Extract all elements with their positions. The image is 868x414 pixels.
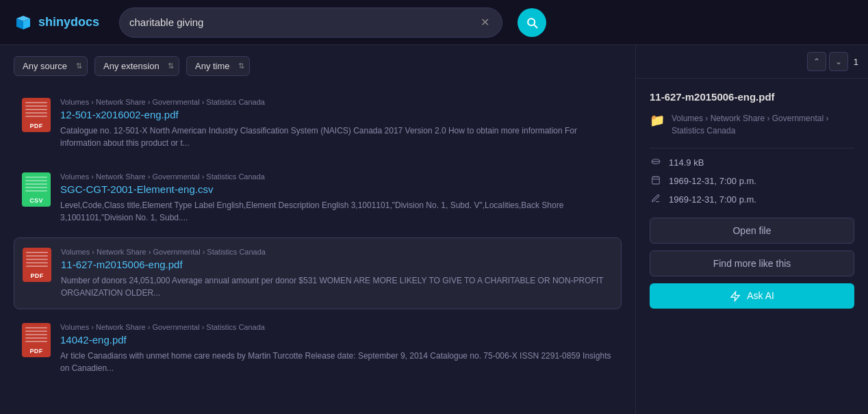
results-panel: Any source ⇅ Any extension ⇅ Any time ⇅ xyxy=(0,45,635,414)
result-breadcrumb-2: Volumes › Network Share › Governmental ›… xyxy=(60,172,613,181)
time-filter[interactable]: Any time xyxy=(186,56,250,76)
nav-page: 1 xyxy=(854,57,858,67)
created-value: 1969-12-31, 7:00 p.m. xyxy=(669,176,756,186)
result-snippet-1: Catalogue no. 12-501-X North American In… xyxy=(60,125,613,149)
nav-next-button[interactable]: ⌄ xyxy=(829,52,848,71)
nav-bar: ⌃ ⌄ 1 xyxy=(636,45,868,79)
result-item-4[interactable]: PDF Volumes › Network Share › Government… xyxy=(14,313,622,384)
detail-body: 11-627-m2015006-eng.pdf 📁 Volumes › Netw… xyxy=(636,79,868,414)
right-panel: ⌃ ⌄ 1 11-627-m2015006-eng.pdf 📁 Volumes … xyxy=(635,45,868,414)
file-type-badge-1: PDF xyxy=(30,122,43,129)
file-size-row: 114.9 kB xyxy=(650,157,854,168)
filter-bar: Any source ⇅ Any extension ⇅ Any time ⇅ xyxy=(14,56,622,76)
logo: shinydocs xyxy=(14,13,110,32)
svg-rect-2 xyxy=(652,177,660,184)
file-type-badge-2: CSV xyxy=(29,197,42,204)
file-type-badge-4: PDF xyxy=(30,348,43,354)
result-snippet-4: Ar ticle Canadians with unmet home care … xyxy=(60,350,613,374)
extension-filter-wrap: Any extension ⇅ xyxy=(94,56,179,76)
modified-value: 1969-12-31, 7:00 p.m. xyxy=(669,194,756,205)
file-size-value: 114.9 kB xyxy=(669,157,704,168)
source-filter-wrap: Any source ⇅ xyxy=(14,56,88,76)
result-content-1: Volumes › Network Share › Governmental ›… xyxy=(60,98,613,149)
search-clear-button[interactable]: ✕ xyxy=(478,13,492,31)
created-icon xyxy=(650,175,662,187)
extension-filter[interactable]: Any extension xyxy=(94,56,179,76)
file-icon-1: PDF xyxy=(22,98,51,132)
ask-ai-icon xyxy=(730,291,741,302)
result-title-2[interactable]: SGC-CGT-2001-Element-eng.csv xyxy=(60,183,613,195)
main-layout: Any source ⇅ Any extension ⇅ Any time ⇅ xyxy=(0,45,868,414)
search-button[interactable] xyxy=(518,8,546,37)
file-size-icon xyxy=(650,157,662,168)
result-breadcrumb-1: Volumes › Network Share › Governmental ›… xyxy=(60,98,613,106)
file-type-badge-3: PDF xyxy=(31,272,44,279)
result-breadcrumb-3: Volumes › Network Share › Governmental ›… xyxy=(61,248,613,256)
search-input[interactable] xyxy=(129,16,478,28)
detail-path: 📁 Volumes › Network Share › Governmental… xyxy=(650,112,854,137)
nav-prev-button[interactable]: ⌃ xyxy=(807,52,826,71)
ask-ai-label: Ask AI xyxy=(747,290,774,301)
file-icon-2: CSV xyxy=(22,172,51,207)
logo-text: shinydocs xyxy=(38,15,99,29)
result-content-2: Volumes › Network Share › Governmental ›… xyxy=(60,172,613,224)
search-icon xyxy=(525,16,539,29)
svg-marker-6 xyxy=(731,292,739,301)
ask-ai-button[interactable]: Ask AI xyxy=(650,283,854,309)
results-list: PDF Volumes › Network Share › Government… xyxy=(14,88,622,384)
time-filter-wrap: Any time ⇅ xyxy=(186,56,250,76)
header: shinydocs ✕ xyxy=(0,0,868,45)
result-content-3: Volumes › Network Share › Governmental ›… xyxy=(61,248,613,299)
result-title-1[interactable]: 12-501-x2016002-eng.pdf xyxy=(60,109,613,120)
modified-icon xyxy=(650,194,662,205)
logo-icon xyxy=(14,13,33,32)
open-file-button[interactable]: Open file xyxy=(650,218,854,244)
detail-divider xyxy=(650,148,854,148)
detail-filename: 11-627-m2015006-eng.pdf xyxy=(650,91,854,103)
result-title-3[interactable]: 11-627-m2015006-eng.pdf xyxy=(61,259,613,270)
result-content-4: Volumes › Network Share › Governmental ›… xyxy=(60,323,613,374)
detail-actions: Open file Find more like this Ask AI xyxy=(650,218,854,309)
logo-docs: docs xyxy=(71,15,99,29)
file-icon-4: PDF xyxy=(22,323,51,357)
find-more-button[interactable]: Find more like this xyxy=(650,250,854,276)
result-snippet-2: Level,Code,Class title,Element Type Labe… xyxy=(60,199,613,224)
result-item-1[interactable]: PDF Volumes › Network Share › Government… xyxy=(14,88,622,159)
source-filter[interactable]: Any source xyxy=(14,56,88,76)
logo-shine: shiny xyxy=(38,15,71,29)
detail-meta: 114.9 kB 1969-12-31, 7:00 p.m. xyxy=(650,157,854,205)
result-title-4[interactable]: 14042-eng.pdf xyxy=(60,334,613,346)
result-snippet-3: Number of donors 24,051,000 Average annu… xyxy=(61,274,613,299)
modified-row: 1969-12-31, 7:00 p.m. xyxy=(650,194,854,205)
created-row: 1969-12-31, 7:00 p.m. xyxy=(650,175,854,187)
result-breadcrumb-4: Volumes › Network Share › Governmental ›… xyxy=(60,323,613,331)
result-item-2[interactable]: CSV Volumes › Network Share › Government… xyxy=(14,163,622,233)
folder-icon: 📁 xyxy=(650,113,665,128)
file-icon-3: PDF xyxy=(23,248,51,282)
detail-path-text: Volumes › Network Share › Governmental ›… xyxy=(672,112,854,137)
search-bar: ✕ xyxy=(119,8,502,38)
result-item-3[interactable]: PDF Volumes › Network Share › Government… xyxy=(14,237,622,309)
